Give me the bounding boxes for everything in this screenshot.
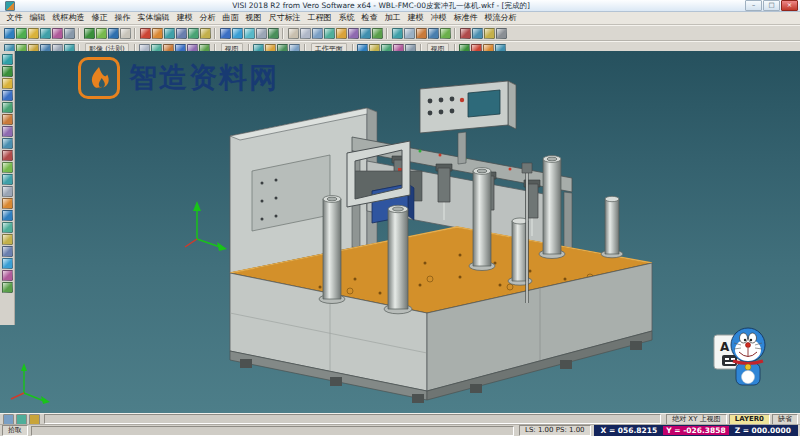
tool-icon[interactable] <box>2 102 13 113</box>
menu-item[interactable]: 建模 <box>173 12 196 24</box>
machine-model[interactable] <box>230 81 652 403</box>
tool-icon[interactable] <box>140 28 151 39</box>
menu-item[interactable]: 操作 <box>111 12 134 24</box>
snap-icon[interactable] <box>3 414 14 425</box>
tool-icon[interactable] <box>324 28 335 39</box>
menu-item[interactable]: 线框构造 <box>49 12 88 24</box>
doraemon-mascot-image <box>731 328 765 385</box>
ortho-icon[interactable] <box>29 414 40 425</box>
tool-icon[interactable] <box>372 28 383 39</box>
tool-icon[interactable] <box>16 28 27 39</box>
menu-item[interactable]: 曲面 <box>219 12 242 24</box>
menu-item[interactable]: 系统 <box>335 12 358 24</box>
tool-icon[interactable] <box>416 28 427 39</box>
main-area: 智造资料网 <box>0 51 800 413</box>
menu-item[interactable]: 检查 <box>358 12 381 24</box>
tool-icon[interactable] <box>2 234 13 245</box>
window-title: VISI 2018 R2 from Vero Software x64 - WB… <box>18 1 744 11</box>
tool-icon[interactable] <box>244 28 255 39</box>
menu-item[interactable]: 冲模 <box>427 12 450 24</box>
cad-3d-scene[interactable]: A <box>0 51 800 413</box>
menu-item[interactable]: 编辑 <box>26 12 49 24</box>
tool-icon[interactable] <box>2 174 13 185</box>
tool-icon[interactable] <box>28 28 39 39</box>
tool-icon[interactable] <box>460 28 471 39</box>
tool-icon[interactable] <box>496 28 507 39</box>
command-field[interactable] <box>31 426 514 436</box>
tool-icon[interactable] <box>2 210 13 221</box>
tool-icon[interactable] <box>2 258 13 269</box>
tool-icon[interactable] <box>108 28 119 39</box>
menu-item[interactable]: 尺寸标注 <box>265 12 304 24</box>
menu-bar: 文件编辑线框构造修正操作实体编辑建模分析曲面视图尺寸标注工程图系统检查加工建模冲… <box>0 12 800 25</box>
tool-icon[interactable] <box>52 28 63 39</box>
menu-item[interactable]: 视图 <box>242 12 265 24</box>
tool-icon[interactable] <box>2 150 13 161</box>
tool-icon[interactable] <box>484 28 495 39</box>
tool-icon[interactable] <box>232 28 243 39</box>
tool-icon[interactable] <box>392 28 403 39</box>
coordinate-readout: X = 056.8215 Y = -026.3858 Z = 000.0000 <box>594 425 798 436</box>
tool-icon[interactable] <box>360 28 371 39</box>
watermark-text: 智造资料网 <box>129 59 279 97</box>
menu-item[interactable]: 修正 <box>88 12 111 24</box>
toolbar-separator <box>214 28 216 39</box>
tool-icon[interactable] <box>2 90 13 101</box>
tool-icon[interactable] <box>84 28 95 39</box>
tool-icon[interactable] <box>2 282 13 293</box>
tool-icon[interactable] <box>288 28 299 39</box>
control-panel[interactable] <box>420 81 516 164</box>
tool-icon[interactable] <box>2 114 13 125</box>
maximize-button[interactable]: □ <box>763 0 780 11</box>
tool-icon[interactable] <box>2 246 13 257</box>
menu-item[interactable]: 工程图 <box>304 12 335 24</box>
tool-icon[interactable] <box>348 28 359 39</box>
tool-icon[interactable] <box>200 28 211 39</box>
toolbar-separator <box>134 28 136 39</box>
menu-item[interactable]: 标准件 <box>450 12 481 24</box>
tool-icon[interactable] <box>2 54 13 65</box>
tool-icon[interactable] <box>472 28 483 39</box>
menu-item[interactable]: 建模 <box>404 12 427 24</box>
tool-icon[interactable] <box>2 126 13 137</box>
tool-icon[interactable] <box>2 270 13 281</box>
tool-icon[interactable] <box>120 28 131 39</box>
tool-icon[interactable] <box>96 28 107 39</box>
menu-item[interactable]: 分析 <box>196 12 219 24</box>
menu-item[interactable]: 文件 <box>3 12 26 24</box>
tool-icon[interactable] <box>220 28 231 39</box>
default-indicator[interactable]: 缺省 <box>772 414 798 425</box>
tool-icon[interactable] <box>152 28 163 39</box>
tool-icon[interactable] <box>404 28 415 39</box>
tool-icon[interactable] <box>64 28 75 39</box>
menu-item[interactable]: 模流分析 <box>481 12 520 24</box>
coord-z: Z = 000.0000 <box>735 426 791 435</box>
tool-icon[interactable] <box>312 28 323 39</box>
tool-icon[interactable] <box>188 28 199 39</box>
tool-icon[interactable] <box>2 198 13 209</box>
tool-icon[interactable] <box>2 162 13 173</box>
tool-icon[interactable] <box>256 28 267 39</box>
tool-icon[interactable] <box>176 28 187 39</box>
minimize-button[interactable]: – <box>745 0 762 11</box>
tool-icon[interactable] <box>2 222 13 233</box>
tool-icon[interactable] <box>440 28 451 39</box>
tool-icon[interactable] <box>2 138 13 149</box>
pick-mode-label[interactable]: 拾取 <box>2 425 28 436</box>
tool-icon[interactable] <box>40 28 51 39</box>
grid-icon[interactable] <box>16 414 27 425</box>
layer-indicator[interactable]: LAYER0 <box>729 414 770 425</box>
view-mode-indicator[interactable]: 绝对 XY 上视图 <box>666 414 727 425</box>
tool-icon[interactable] <box>164 28 175 39</box>
tool-icon[interactable] <box>336 28 347 39</box>
menu-item[interactable]: 实体编辑 <box>134 12 173 24</box>
tool-icon[interactable] <box>300 28 311 39</box>
tool-icon[interactable] <box>428 28 439 39</box>
tool-icon[interactable] <box>4 28 15 39</box>
menu-item[interactable]: 加工 <box>381 12 404 24</box>
tool-icon[interactable] <box>2 78 13 89</box>
tool-icon[interactable] <box>2 186 13 197</box>
tool-icon[interactable] <box>2 66 13 77</box>
close-button[interactable]: × <box>781 0 798 11</box>
tool-icon[interactable] <box>268 28 279 39</box>
